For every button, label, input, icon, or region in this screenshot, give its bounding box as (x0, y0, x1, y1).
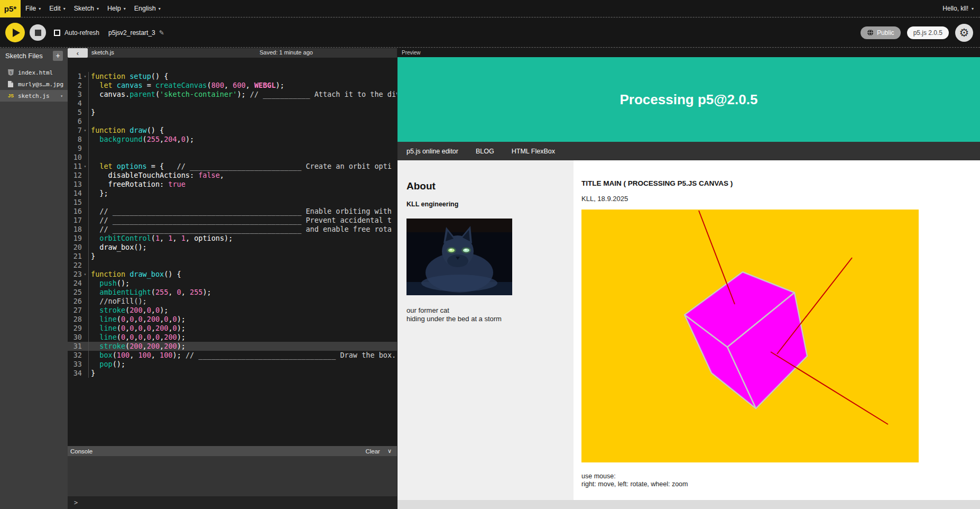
line-number: 3 (68, 90, 82, 99)
code-line: 7▾function draw() { (68, 126, 397, 135)
code-line: 11▾ let options = { // _________________… (68, 162, 397, 171)
play-button[interactable] (5, 23, 25, 42)
line-number: 24 (68, 279, 82, 288)
preview-label: Preview (402, 50, 421, 56)
line-number: 20 (68, 243, 82, 252)
code-text: background(255,204,0); (88, 135, 397, 144)
preview-nav-p5-js-online-editor[interactable]: p5.js online editor (406, 148, 458, 155)
code-line: 12 disableTouchActions: false, (68, 171, 397, 180)
menu-english[interactable]: English▾ (134, 5, 161, 12)
usage-line1: use mouse: (581, 472, 980, 480)
version-badge[interactable]: p5.js 2.0.5 (907, 26, 949, 39)
auto-refresh-label: Auto-refresh (64, 29, 99, 37)
file-list: 5index.htmlmurly@s…m.jpgJSsketch.js▾ (0, 67, 68, 102)
fold-spacer (82, 261, 88, 270)
code-line: 24 push(); (68, 279, 397, 288)
auto-refresh-checkbox[interactable] (54, 30, 60, 36)
code-text: } (88, 252, 397, 261)
code-text: let canvas = createCanvas(800, 600, WEBG… (88, 81, 397, 90)
console-clear-button[interactable]: Clear (365, 448, 380, 455)
line-number: 31 (68, 342, 82, 351)
account-menu[interactable]: Hello, kll! ▾ (942, 5, 980, 12)
console-collapse-icon[interactable]: ∨ (387, 448, 392, 455)
line-number: 15 (68, 198, 82, 207)
toolbar-right: Public p5.js 2.0.5 ⚙ (861, 24, 980, 42)
code-line: 3 canvas.parent('sketch-container'); // … (68, 90, 397, 99)
console-input[interactable]: > (68, 496, 397, 509)
menu-help[interactable]: Help▾ (107, 5, 126, 12)
globe-icon (867, 29, 874, 36)
code-text: // _____________________________________… (88, 225, 397, 234)
code-text: function draw_box() { (88, 270, 397, 279)
preview-nav-html-flexbox[interactable]: HTML FlexBox (512, 148, 555, 155)
html-file-icon: 5 (8, 69, 15, 76)
line-number: 33 (68, 360, 82, 369)
code-text: draw_box(); (88, 243, 397, 252)
code-line: 33 pop(); (68, 360, 397, 369)
code-line: 20 draw_box(); (68, 243, 397, 252)
fold-spacer (82, 252, 88, 261)
auto-refresh-group: Auto-refresh (54, 29, 99, 37)
preview-bottom-strip (397, 500, 980, 509)
settings-button[interactable]: ⚙ (955, 24, 973, 42)
file-options-chevron-icon[interactable]: ▾ (60, 94, 63, 98)
file-item-index-html[interactable]: 5index.html (0, 67, 68, 78)
fold-spacer (82, 90, 88, 99)
public-badge[interactable]: Public (861, 26, 901, 39)
code-editor[interactable]: 1▾function setup() {2 let canvas = creat… (68, 58, 397, 446)
line-number: 17 (68, 216, 82, 225)
line-number: 9 (68, 144, 82, 153)
file-item-sketch-js[interactable]: JSsketch.js▾ (0, 90, 68, 102)
collapse-sidebar-button[interactable]: ‹ (68, 48, 88, 58)
code-line: 18 // __________________________________… (68, 225, 397, 234)
fold-spacer (82, 288, 88, 297)
menu-edit[interactable]: Edit▾ (49, 5, 66, 12)
cat-caption: our former cat hiding under the bed at a… (406, 306, 563, 323)
version-label: p5.js 2.0.5 (913, 29, 942, 37)
console-title: Console (70, 448, 365, 455)
chevron-down-icon: ▾ (159, 6, 161, 11)
code-text: pop(); (88, 360, 397, 369)
menu-bar: File▾Edit▾Sketch▾Help▾English▾ (21, 5, 161, 12)
fold-arrow-icon[interactable]: ▾ (82, 162, 88, 171)
console-output (68, 456, 397, 496)
preview-pane: Preview Processing p5@2.0.5 p5.js online… (397, 48, 980, 509)
code-line: 17 // __________________________________… (68, 216, 397, 225)
sketch-canvas[interactable] (581, 210, 919, 462)
line-number: 34 (68, 369, 82, 378)
code-line: 8 background(255,204,0); (68, 135, 397, 144)
public-label: Public (877, 29, 894, 37)
fold-spacer (82, 198, 88, 207)
add-file-button[interactable]: + (53, 51, 63, 61)
menu-label: Edit (49, 5, 61, 12)
preview-nav-blog[interactable]: BLOG (476, 148, 494, 155)
file-item-murly-s-m-jpg[interactable]: murly@s…m.jpg (0, 78, 68, 90)
p5-web-editor: p5* File▾Edit▾Sketch▾Help▾English▾ Hello… (0, 0, 980, 509)
fold-arrow-icon[interactable]: ▾ (82, 126, 88, 135)
p5-logo[interactable]: p5* (0, 0, 21, 17)
line-number: 27 (68, 306, 82, 315)
fold-arrow-icon[interactable]: ▾ (82, 72, 88, 81)
code-text: function setup() { (88, 72, 397, 81)
fold-spacer (82, 234, 88, 243)
usage-note: use mouse: right: move, left: rotate, wh… (581, 472, 980, 488)
toolbar: Auto-refresh p5jsv2_restart_3 ✎ Public p… (0, 18, 980, 48)
stop-button[interactable] (30, 24, 46, 41)
menu-file[interactable]: File▾ (25, 5, 41, 12)
svg-text:5: 5 (10, 71, 12, 75)
menu-sketch[interactable]: Sketch▾ (74, 5, 99, 12)
code-text: } (88, 108, 397, 117)
main-section: TITLE MAIN ( PROCESSING P5.JS CANVAS ) K… (574, 160, 980, 500)
fold-spacer (82, 153, 88, 162)
fold-spacer (82, 108, 88, 117)
about-section: About KLL engineering (397, 160, 574, 500)
tab-sketch-js[interactable]: sketch.js (91, 49, 114, 56)
fold-spacer (82, 306, 88, 315)
edit-pencil-icon[interactable]: ✎ (159, 29, 164, 37)
fold-arrow-icon[interactable]: ▾ (82, 270, 88, 279)
file-name: sketch.js (18, 93, 50, 99)
project-name[interactable]: p5jsv2_restart_3 (108, 29, 155, 37)
code-line: 13 freeRotation: true (68, 180, 397, 189)
code-text: orbitControl(1, 1, 1, options); (88, 234, 397, 243)
usage-line2: right: move, left: rotate, wheel: zoom (581, 480, 980, 488)
